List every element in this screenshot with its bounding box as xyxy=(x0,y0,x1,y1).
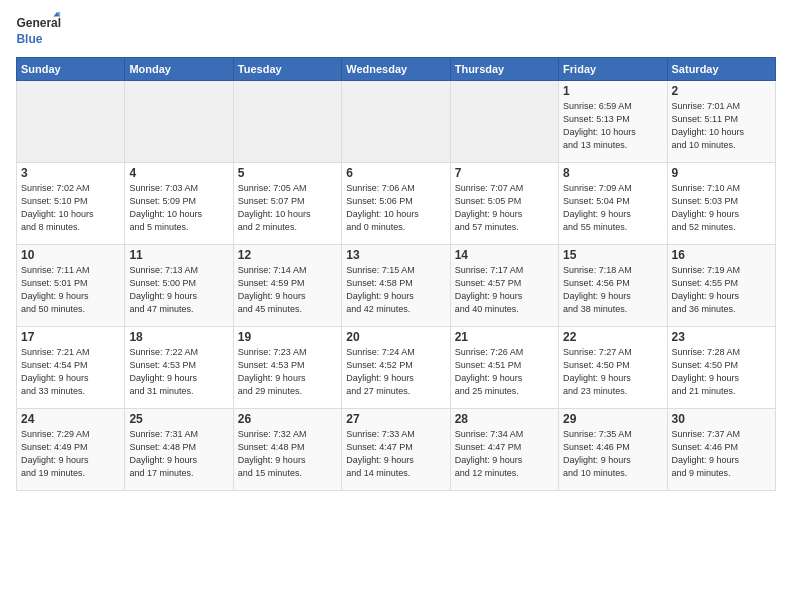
day-info: Sunrise: 7:19 AMSunset: 4:55 PMDaylight:… xyxy=(672,264,771,316)
day-info: Sunrise: 7:06 AMSunset: 5:06 PMDaylight:… xyxy=(346,182,445,234)
day-number: 25 xyxy=(129,412,228,426)
day-number: 26 xyxy=(238,412,337,426)
day-info: Sunrise: 7:10 AMSunset: 5:03 PMDaylight:… xyxy=(672,182,771,234)
calendar-cell: 30Sunrise: 7:37 AMSunset: 4:46 PMDayligh… xyxy=(667,409,775,491)
day-info: Sunrise: 7:24 AMSunset: 4:52 PMDaylight:… xyxy=(346,346,445,398)
calendar-cell: 13Sunrise: 7:15 AMSunset: 4:58 PMDayligh… xyxy=(342,245,450,327)
day-number: 24 xyxy=(21,412,120,426)
day-number: 21 xyxy=(455,330,554,344)
calendar-week-4: 17Sunrise: 7:21 AMSunset: 4:54 PMDayligh… xyxy=(17,327,776,409)
day-number: 19 xyxy=(238,330,337,344)
day-number: 27 xyxy=(346,412,445,426)
day-number: 7 xyxy=(455,166,554,180)
day-info: Sunrise: 7:22 AMSunset: 4:53 PMDaylight:… xyxy=(129,346,228,398)
calendar-cell: 8Sunrise: 7:09 AMSunset: 5:04 PMDaylight… xyxy=(559,163,667,245)
day-info: Sunrise: 7:34 AMSunset: 4:47 PMDaylight:… xyxy=(455,428,554,480)
calendar-cell: 1Sunrise: 6:59 AMSunset: 5:13 PMDaylight… xyxy=(559,81,667,163)
weekday-header-tuesday: Tuesday xyxy=(233,58,341,81)
calendar-cell: 18Sunrise: 7:22 AMSunset: 4:53 PMDayligh… xyxy=(125,327,233,409)
day-info: Sunrise: 7:02 AMSunset: 5:10 PMDaylight:… xyxy=(21,182,120,234)
day-info: Sunrise: 7:14 AMSunset: 4:59 PMDaylight:… xyxy=(238,264,337,316)
day-number: 16 xyxy=(672,248,771,262)
day-number: 30 xyxy=(672,412,771,426)
day-number: 22 xyxy=(563,330,662,344)
calendar-week-2: 3Sunrise: 7:02 AMSunset: 5:10 PMDaylight… xyxy=(17,163,776,245)
calendar-header-row: SundayMondayTuesdayWednesdayThursdayFrid… xyxy=(17,58,776,81)
calendar-cell: 7Sunrise: 7:07 AMSunset: 5:05 PMDaylight… xyxy=(450,163,558,245)
day-info: Sunrise: 7:13 AMSunset: 5:00 PMDaylight:… xyxy=(129,264,228,316)
day-info: Sunrise: 7:33 AMSunset: 4:47 PMDaylight:… xyxy=(346,428,445,480)
day-number: 20 xyxy=(346,330,445,344)
weekday-header-sunday: Sunday xyxy=(17,58,125,81)
weekday-header-wednesday: Wednesday xyxy=(342,58,450,81)
day-info: Sunrise: 7:11 AMSunset: 5:01 PMDaylight:… xyxy=(21,264,120,316)
calendar-cell: 23Sunrise: 7:28 AMSunset: 4:50 PMDayligh… xyxy=(667,327,775,409)
day-info: Sunrise: 7:32 AMSunset: 4:48 PMDaylight:… xyxy=(238,428,337,480)
calendar-cell xyxy=(342,81,450,163)
day-number: 3 xyxy=(21,166,120,180)
calendar-cell xyxy=(17,81,125,163)
day-info: Sunrise: 7:31 AMSunset: 4:48 PMDaylight:… xyxy=(129,428,228,480)
day-number: 29 xyxy=(563,412,662,426)
day-info: Sunrise: 7:17 AMSunset: 4:57 PMDaylight:… xyxy=(455,264,554,316)
day-info: Sunrise: 6:59 AMSunset: 5:13 PMDaylight:… xyxy=(563,100,662,152)
day-number: 4 xyxy=(129,166,228,180)
weekday-header-thursday: Thursday xyxy=(450,58,558,81)
day-info: Sunrise: 7:03 AMSunset: 5:09 PMDaylight:… xyxy=(129,182,228,234)
calendar-cell: 22Sunrise: 7:27 AMSunset: 4:50 PMDayligh… xyxy=(559,327,667,409)
day-info: Sunrise: 7:05 AMSunset: 5:07 PMDaylight:… xyxy=(238,182,337,234)
calendar-week-3: 10Sunrise: 7:11 AMSunset: 5:01 PMDayligh… xyxy=(17,245,776,327)
calendar-cell: 14Sunrise: 7:17 AMSunset: 4:57 PMDayligh… xyxy=(450,245,558,327)
calendar-cell: 9Sunrise: 7:10 AMSunset: 5:03 PMDaylight… xyxy=(667,163,775,245)
day-info: Sunrise: 7:27 AMSunset: 4:50 PMDaylight:… xyxy=(563,346,662,398)
calendar-cell: 4Sunrise: 7:03 AMSunset: 5:09 PMDaylight… xyxy=(125,163,233,245)
day-info: Sunrise: 7:07 AMSunset: 5:05 PMDaylight:… xyxy=(455,182,554,234)
day-info: Sunrise: 7:35 AMSunset: 4:46 PMDaylight:… xyxy=(563,428,662,480)
calendar-cell: 26Sunrise: 7:32 AMSunset: 4:48 PMDayligh… xyxy=(233,409,341,491)
day-number: 23 xyxy=(672,330,771,344)
day-number: 12 xyxy=(238,248,337,262)
day-info: Sunrise: 7:23 AMSunset: 4:53 PMDaylight:… xyxy=(238,346,337,398)
calendar-cell: 25Sunrise: 7:31 AMSunset: 4:48 PMDayligh… xyxy=(125,409,233,491)
calendar-cell: 6Sunrise: 7:06 AMSunset: 5:06 PMDaylight… xyxy=(342,163,450,245)
day-number: 6 xyxy=(346,166,445,180)
calendar-cell: 29Sunrise: 7:35 AMSunset: 4:46 PMDayligh… xyxy=(559,409,667,491)
day-info: Sunrise: 7:29 AMSunset: 4:49 PMDaylight:… xyxy=(21,428,120,480)
calendar-cell: 10Sunrise: 7:11 AMSunset: 5:01 PMDayligh… xyxy=(17,245,125,327)
day-number: 18 xyxy=(129,330,228,344)
day-number: 5 xyxy=(238,166,337,180)
calendar-cell: 21Sunrise: 7:26 AMSunset: 4:51 PMDayligh… xyxy=(450,327,558,409)
calendar-week-5: 24Sunrise: 7:29 AMSunset: 4:49 PMDayligh… xyxy=(17,409,776,491)
calendar-cell: 11Sunrise: 7:13 AMSunset: 5:00 PMDayligh… xyxy=(125,245,233,327)
header: General Blue xyxy=(16,12,776,47)
svg-text:Blue: Blue xyxy=(16,32,42,46)
svg-text:General: General xyxy=(16,16,61,30)
weekday-header-monday: Monday xyxy=(125,58,233,81)
calendar-cell: 19Sunrise: 7:23 AMSunset: 4:53 PMDayligh… xyxy=(233,327,341,409)
day-info: Sunrise: 7:09 AMSunset: 5:04 PMDaylight:… xyxy=(563,182,662,234)
day-number: 1 xyxy=(563,84,662,98)
calendar-cell: 3Sunrise: 7:02 AMSunset: 5:10 PMDaylight… xyxy=(17,163,125,245)
day-number: 8 xyxy=(563,166,662,180)
calendar: SundayMondayTuesdayWednesdayThursdayFrid… xyxy=(16,57,776,491)
day-number: 10 xyxy=(21,248,120,262)
calendar-cell: 16Sunrise: 7:19 AMSunset: 4:55 PMDayligh… xyxy=(667,245,775,327)
calendar-cell: 5Sunrise: 7:05 AMSunset: 5:07 PMDaylight… xyxy=(233,163,341,245)
day-info: Sunrise: 7:18 AMSunset: 4:56 PMDaylight:… xyxy=(563,264,662,316)
calendar-cell xyxy=(233,81,341,163)
calendar-cell: 17Sunrise: 7:21 AMSunset: 4:54 PMDayligh… xyxy=(17,327,125,409)
day-number: 9 xyxy=(672,166,771,180)
calendar-week-1: 1Sunrise: 6:59 AMSunset: 5:13 PMDaylight… xyxy=(17,81,776,163)
page-container: General Blue SundayMondayTuesdayWednesda… xyxy=(0,0,792,499)
calendar-cell: 12Sunrise: 7:14 AMSunset: 4:59 PMDayligh… xyxy=(233,245,341,327)
day-number: 15 xyxy=(563,248,662,262)
calendar-cell: 2Sunrise: 7:01 AMSunset: 5:11 PMDaylight… xyxy=(667,81,775,163)
day-number: 13 xyxy=(346,248,445,262)
day-number: 11 xyxy=(129,248,228,262)
day-info: Sunrise: 7:26 AMSunset: 4:51 PMDaylight:… xyxy=(455,346,554,398)
day-number: 17 xyxy=(21,330,120,344)
calendar-cell: 15Sunrise: 7:18 AMSunset: 4:56 PMDayligh… xyxy=(559,245,667,327)
calendar-cell: 24Sunrise: 7:29 AMSunset: 4:49 PMDayligh… xyxy=(17,409,125,491)
logo-icon: General Blue xyxy=(16,12,66,47)
day-info: Sunrise: 7:21 AMSunset: 4:54 PMDaylight:… xyxy=(21,346,120,398)
